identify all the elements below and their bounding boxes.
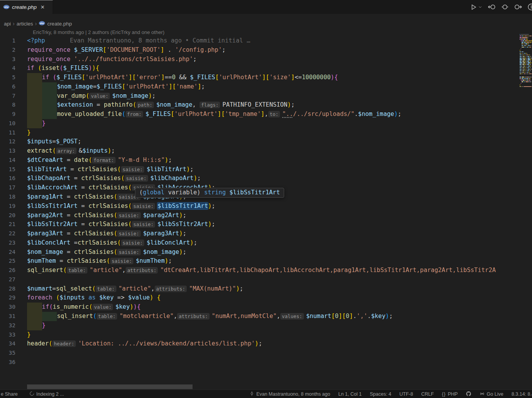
code-line[interactable]: 8$extension = pathinfo(path:$nom_image, … — [0, 100, 518, 110]
code-line[interactable]: 9move_uploaded_file(from:$_FILES['urlPho… — [0, 110, 518, 119]
code-line[interactable]: 3require_once '../../functions/ctrlSaisi… — [0, 55, 518, 64]
clipped-circle-icon[interactable] — [527, 3, 532, 11]
code-line[interactable]: 2require_once $_SERVER['DOCUMENT_ROOT'] … — [0, 46, 518, 55]
breadcrumb-item-articles[interactable]: articles — [17, 21, 33, 27]
status-item-go-live[interactable]: Go Live — [479, 391, 503, 398]
tab-create-php[interactable]: php create.php ✕ — [0, 0, 53, 14]
breadcrumb-item-file[interactable]: create.php — [47, 21, 72, 27]
code-token: 10000000 — [302, 74, 331, 81]
minimap-line — [520, 42, 532, 43]
code-token: $_FILES — [190, 74, 215, 81]
code-line[interactable]: 7var_dump(value:$nom_image); — [0, 92, 518, 101]
code-token: == — [165, 74, 172, 81]
line-number: 21 — [0, 220, 15, 229]
code-token: $extension — [57, 101, 93, 108]
line-number: 33 — [0, 330, 15, 340]
status-item-indexing[interactable]: Indexing 2 ... — [29, 391, 64, 397]
code-token: ; — [240, 285, 243, 292]
code-lines: 1<?phpEvan Mastrantuono, 8 months ago • … — [0, 36, 518, 367]
status-item-label: e Share — [1, 391, 18, 397]
code-token: , — [277, 313, 280, 320]
code-line[interactable]: 24$nom_image = ctrlSaisies(saisie:$nom_i… — [0, 248, 518, 257]
code-line[interactable]: 29foreach ($inputs as $key => $value) { — [0, 293, 518, 303]
status-item-encoding[interactable]: UTF-8 — [399, 391, 413, 397]
code-token: values: — [280, 313, 304, 320]
code-token: } — [42, 322, 46, 329]
code-token: $libSsTitr2Art — [157, 221, 208, 228]
code-line[interactable]: 19$libSsTitr1Art = ctrlSaisies(saisie:$l… — [0, 202, 518, 211]
minimap[interactable] — [520, 34, 532, 304]
code-token: ( — [114, 193, 117, 200]
code-line[interactable]: 36 — [0, 358, 518, 367]
code-token: $libChapoArt — [150, 175, 194, 182]
code-token: = — [63, 193, 74, 200]
code-line[interactable]: 10} — [0, 119, 518, 128]
code-line[interactable]: 28$numart=sql_select(table:"article",att… — [0, 284, 518, 294]
code-line[interactable]: 33} — [0, 330, 518, 340]
code-token: 'urlPhotArt' — [174, 111, 218, 117]
code-line[interactable]: 6$nom_image=$_FILES['urlPhotArt']['name'… — [0, 82, 518, 92]
status-item-eol[interactable]: CRLF — [421, 391, 434, 397]
code-line[interactable]: 22$parag3Art = ctrlSaisies(saisie:$parag… — [0, 229, 518, 238]
minimap-line — [520, 85, 532, 85]
code-token: sql_insert — [27, 267, 63, 274]
run-icon[interactable] — [469, 3, 477, 11]
status-item-live-share[interactable]: e Share — [1, 391, 18, 397]
code-line[interactable]: 26sql_insert(table:"article",attributs:"… — [0, 266, 518, 275]
code-line[interactable]: 30if(is_numeric(value:$key)){ — [0, 303, 518, 312]
code-line[interactable]: 1<?phpEvan Mastrantuono, 8 months ago • … — [0, 36, 518, 46]
code-line[interactable]: 35 — [0, 349, 518, 358]
code-line[interactable]: 32} — [0, 321, 518, 330]
tab-close-icon[interactable]: ✕ — [40, 4, 46, 10]
code-token: [ — [132, 74, 136, 81]
php-file-icon: php — [3, 4, 10, 11]
code-token: "dtCreaArt,libTitrArt,libChapoArt,libAcc… — [160, 267, 496, 274]
code-token: ; — [78, 138, 81, 145]
status-item-language-mode[interactable]: {}PHP — [442, 391, 458, 397]
status-item-blame-author[interactable]: Evan Mastrantuono, 8 months ago — [249, 391, 330, 397]
code-line[interactable]: 4if (isset($_FILES)){ — [0, 64, 518, 73]
navigate-forward-icon[interactable] — [514, 3, 522, 11]
code-token: ) — [179, 248, 182, 255]
code-token: ) — [130, 303, 133, 310]
code-token: = — [63, 248, 74, 255]
code-line[interactable]: 14$dtCreaArt = date(format:"Y-m-d H:i:s"… — [0, 156, 518, 165]
horizontal-scrollbar[interactable] — [27, 384, 193, 389]
code-line[interactable]: 21$libSsTitr2Art = ctrlSaisies(saisie:$l… — [0, 220, 518, 229]
code-line[interactable]: 20$parag2Art = ctrlSaisies(saisie:$parag… — [0, 211, 518, 220]
code-token: , — [122, 267, 126, 274]
code-token: ( — [121, 175, 124, 182]
code-line[interactable]: 31sql_insert(table:"motclearticle",attri… — [0, 312, 518, 321]
code-line[interactable]: 12$inputs=$_POST; — [0, 137, 518, 146]
status-item-label: Ln 1, Col 1 — [338, 391, 361, 397]
code-line[interactable]: 15$libTitrArt = ctrlSaisies(saisie:$libT… — [0, 165, 518, 174]
record-dot-icon[interactable] — [501, 3, 509, 11]
status-item-indentation[interactable]: Spaces: 4 — [370, 391, 391, 397]
code-line[interactable]: 23$libConclArt =ctrlSaisies(saisie:$libC… — [0, 238, 518, 248]
code-line[interactable]: 25$numThem = ctrlSaisies(saisie:$numThem… — [0, 257, 518, 266]
run-dropdown-chevron-icon[interactable] — [478, 3, 483, 11]
breadcrumb-item-api[interactable]: api — [4, 21, 11, 27]
code-token: $libConclArt — [147, 239, 190, 246]
code-line[interactable]: 27 — [0, 275, 518, 284]
line-number: 27 — [0, 275, 15, 284]
tooltip-text: string — [204, 189, 226, 196]
code-token: $_SERVER — [74, 46, 103, 53]
minimap-line — [520, 54, 532, 55]
code-token: , — [174, 313, 177, 320]
status-item-cursor-position[interactable]: Ln 1, Col 1 — [338, 391, 361, 397]
code-token: table: — [97, 313, 117, 320]
minimap-line — [520, 69, 532, 70]
code-line[interactable]: 11} — [0, 128, 518, 138]
navigate-back-icon[interactable] — [488, 3, 496, 11]
line-number: 35 — [0, 349, 15, 358]
code-editor[interactable]: 1<?phpEvan Mastrantuono, 8 months ago • … — [0, 36, 518, 384]
code-line[interactable]: 5if ($_FILES['urlPhotArt']['error']==0 &… — [0, 73, 518, 82]
code-line[interactable]: 34header(header:'Location: ../../views/b… — [0, 339, 518, 349]
status-item-php-version[interactable]: 8.3.14: 8.4 — [512, 391, 532, 397]
code-line[interactable]: 16$libChapoArt = ctrlSaisies(saisie:$lib… — [0, 174, 518, 183]
code-token: require_once — [27, 46, 74, 53]
status-item-github[interactable] — [466, 391, 471, 398]
code-token: ) — [208, 221, 211, 228]
code-line[interactable]: 13extract(array:&$inputs); — [0, 146, 518, 156]
